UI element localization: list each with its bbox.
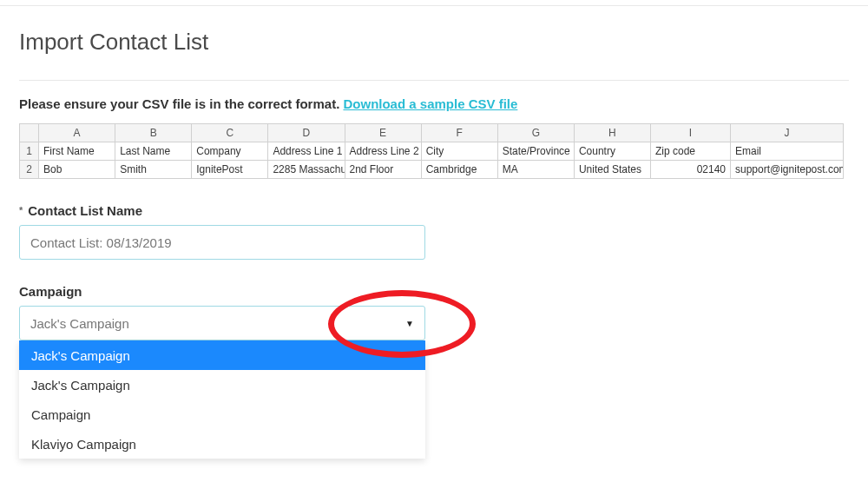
campaign-option-3[interactable]: Klaviyo Campaign [19,429,425,459]
campaign-label: Campaign [19,284,849,299]
campaign-option-2[interactable]: Campaign [19,400,425,429]
rowhead-2: 2 [20,161,39,179]
cell-firstname: Bob [39,161,115,179]
header-company: Company [192,142,268,161]
rowhead-1: 1 [20,142,39,161]
cell-company: IgnitePost [192,161,268,179]
page-title: Import Contact List [19,29,849,56]
campaign-select-wrap: Jack's Campaign ▼ Jack's Campaign Jack's… [19,306,425,340]
header-country: Country [574,142,650,161]
cell-addr2: 2nd Floor [345,161,421,179]
divider-mid [19,80,849,81]
col-I: I [651,124,731,142]
col-A: A [39,124,115,142]
header-firstname: First Name [39,142,115,161]
campaign-option-0[interactable]: Jack's Campaign [19,340,425,370]
header-email: Email [731,142,844,161]
chevron-down-icon: ▼ [405,319,414,328]
sheet-row-2: 2 Bob Smith IgnitePost 2285 Massachus 2n… [20,161,844,179]
contact-list-label: Contact List Name [19,203,849,218]
sheet-corner [20,124,39,142]
campaign-select[interactable]: Jack's Campaign ▼ [19,306,425,340]
sheet-row-1: 1 First Name Last Name Company Address L… [20,142,844,161]
cell-lastname: Smith [115,161,192,179]
cell-zip: 02140 [651,161,731,179]
campaign-options-list: Jack's Campaign Jack's Campaign Campaign… [19,340,425,459]
campaign-option-1[interactable]: Jack's Campaign [19,370,425,400]
header-addr2: Address Line 2 [345,142,421,161]
cell-country: United States [574,161,650,179]
contact-list-name-input[interactable] [19,225,425,260]
header-zip: Zip code [651,142,731,161]
instruction-prefix: Please ensure your CSV file is in the co… [19,96,339,111]
col-D: D [268,124,345,142]
header-city: City [421,142,497,161]
instruction-text: Please ensure your CSV file is in the co… [19,96,849,111]
divider-top [0,5,868,6]
col-E: E [345,124,421,142]
col-C: C [192,124,268,142]
col-J: J [731,124,844,142]
col-H: H [574,124,650,142]
cell-city: Cambridge [421,161,497,179]
campaign-selected-text: Jack's Campaign [30,316,129,331]
download-sample-link[interactable]: Download a sample CSV file [343,96,517,111]
col-F: F [421,124,497,142]
cell-state: MA [497,161,574,179]
csv-preview-table: A B C D E F G H I J 1 First Name Last Na… [19,123,844,179]
header-state: State/Province [497,142,574,161]
col-B: B [115,124,192,142]
sheet-col-headers: A B C D E F G H I J [20,124,844,142]
header-addr1: Address Line 1 [268,142,345,161]
cell-addr1: 2285 Massachus [268,161,345,179]
header-lastname: Last Name [115,142,192,161]
col-G: G [497,124,574,142]
cell-email: support@ignitepost.com [731,161,844,179]
